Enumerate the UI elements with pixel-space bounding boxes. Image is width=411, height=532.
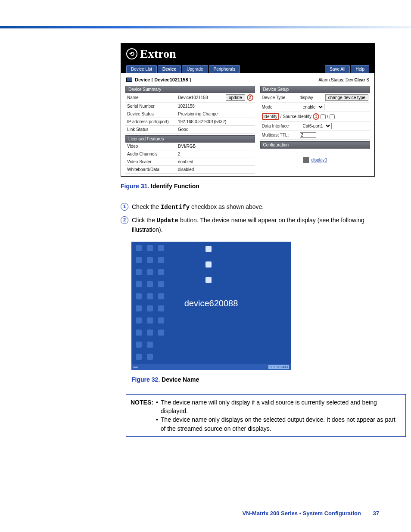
tab-device-list[interactable]: Device List: [126, 65, 157, 73]
lic-audio-k: Audio Channels: [127, 152, 178, 156]
step-2-text: Click the Update button. The device name…: [132, 216, 385, 234]
lic-scaler-k: Video Scaler: [127, 159, 178, 164]
extron-brand-text: Extron: [140, 47, 176, 61]
step-2-b: Update: [157, 217, 178, 224]
display0-link[interactable]: display0: [311, 158, 327, 162]
start-button: start: [133, 366, 138, 368]
step-1-text: Check the Identify checkbox as shown abo…: [132, 202, 264, 212]
desktop-screenshot: device620088 start ◻ ◻ ◻ ◻ 12:34: [131, 242, 291, 370]
checkbox-separator: /: [327, 114, 328, 119]
notes-label: NOTES:: [131, 398, 153, 433]
step-1-b: Identify: [161, 204, 190, 211]
summary-name-v: Device1021158: [178, 95, 226, 100]
display-icon: [303, 157, 309, 163]
desktop-icon: [158, 245, 164, 251]
desktop-icon: [147, 281, 153, 287]
desktop-icon: [158, 257, 164, 263]
device-icon: [126, 78, 132, 82]
summary-name-k: Name: [127, 95, 178, 100]
figure-32-title: Device Name: [160, 376, 199, 383]
desktop-mid-icon: [206, 277, 212, 283]
figure-32-number: Figure 32.: [131, 376, 160, 383]
summary-serial-v: 1021158: [178, 104, 253, 109]
lic-video-k: Video: [127, 144, 178, 149]
lic-audio-v: 2: [178, 152, 253, 156]
extron-logo: ⟲ Extron: [126, 47, 369, 65]
mode-select[interactable]: enable: [300, 104, 324, 110]
desktop-icon: [147, 269, 153, 275]
summary-ip-k: IP address:port(cport): [127, 119, 178, 124]
notes-box: NOTES: The device name will only display…: [126, 394, 406, 437]
page-footer: VN-Matrix 200 Series • System Configurat…: [0, 510, 411, 516]
data-interface-select[interactable]: Cat6-port1: [300, 123, 332, 129]
system-tray: ◻ ◻ ◻ ◻ 12:34: [268, 365, 289, 369]
save-all-button[interactable]: Save All: [325, 65, 350, 73]
step-1-a: Check the: [132, 203, 161, 210]
alarm-status: Alarm Status: Dev Clear S: [318, 78, 369, 82]
desktop-icon: [136, 257, 142, 263]
identify-checkbox[interactable]: [321, 114, 326, 119]
desktop-icon: [136, 354, 142, 360]
tab-device[interactable]: Device: [158, 65, 181, 73]
update-button[interactable]: update: [226, 94, 245, 101]
desktop-icon: [158, 317, 164, 324]
desktop-icon: [147, 245, 153, 251]
alarm-clear-link[interactable]: Clear: [355, 78, 365, 82]
footer-text: VN-Matrix 200 Series • System Configurat…: [242, 510, 361, 516]
desktop-icon: [158, 269, 164, 275]
desktop-icon: [147, 317, 153, 324]
identify-label: Identify: [262, 113, 279, 120]
lic-wb-k: Whiteboard/Data: [127, 167, 178, 172]
page-accent-bar: [0, 26, 411, 28]
step-2-a: Click the: [132, 217, 157, 224]
callout-1: 1: [313, 113, 319, 120]
summary-link-v: Good: [178, 127, 253, 132]
desktop-icon: [147, 257, 153, 263]
lic-scaler-v: enabled: [178, 159, 253, 164]
setup-mode-k: Mode: [262, 105, 300, 109]
alarm-suffix: S: [365, 78, 369, 82]
desktop-icon: [136, 281, 142, 287]
desktop-icon: [136, 342, 142, 348]
note-1: The device name will only display if a v…: [161, 398, 401, 416]
multicast-ttl-input[interactable]: [300, 132, 316, 138]
licensed-features-header: Licensed Features: [125, 135, 255, 143]
lic-wb-v: disabled: [178, 167, 253, 172]
tab-peripherals[interactable]: Peripherals: [209, 65, 240, 73]
source-identify-checkbox[interactable]: [330, 114, 335, 119]
taskbar: start ◻ ◻ ◻ ◻ 12:34: [131, 364, 291, 370]
source-identify-label: / Source Identify: [280, 114, 311, 119]
extron-screenshot: ⟲ Extron Device List Device Upgrade Peri…: [121, 43, 375, 177]
help-button[interactable]: Help: [351, 65, 369, 73]
step-1-c: checkbox as shown above.: [190, 203, 264, 210]
device-summary-header: Device Summary: [125, 86, 255, 93]
main-tabs: Device List Device Upgrade Peripherals: [126, 65, 240, 73]
desktop-mid-icon: [206, 261, 212, 268]
configuration-header: Configuration: [260, 141, 370, 149]
setup-type-v: display: [300, 95, 325, 100]
step-1-marker: 1: [121, 203, 128, 211]
summary-status-k: Device Status: [127, 112, 178, 116]
callout-2: 2: [247, 94, 253, 101]
desktop-icon: [158, 330, 164, 336]
summary-ip-v: 192.168.0.32:9001(5432): [178, 119, 253, 124]
figure-31-caption: Figure 31. Identify Function: [121, 183, 385, 190]
desktop-icon: [147, 342, 153, 348]
setup-mcast-k: Multicast TTL:: [262, 133, 300, 137]
desktop-icon: [136, 269, 142, 275]
desktop-icon: [136, 317, 142, 324]
figure-32-caption: Figure 32. Device Name: [131, 376, 385, 383]
note-2: The device name only displays on the sel…: [161, 415, 401, 433]
tab-upgrade[interactable]: Upgrade: [182, 65, 208, 73]
figure-31-title: Identify Function: [149, 183, 199, 190]
summary-status-v: Provisioning Change: [178, 112, 253, 116]
desktop-icon: [136, 330, 142, 336]
lic-video-v: DVI/RGB: [178, 144, 253, 149]
desktop-mid-icon: [206, 246, 212, 252]
device-header: Device [ Device1021158 ]: [135, 77, 191, 82]
alarm-prefix: Alarm Status: Dev: [318, 78, 354, 82]
extron-logo-icon: ⟲: [126, 48, 137, 59]
change-device-type-button[interactable]: change device type: [325, 94, 368, 101]
figure-31-number: Figure 31.: [121, 183, 149, 190]
desktop-icon: [158, 281, 164, 287]
